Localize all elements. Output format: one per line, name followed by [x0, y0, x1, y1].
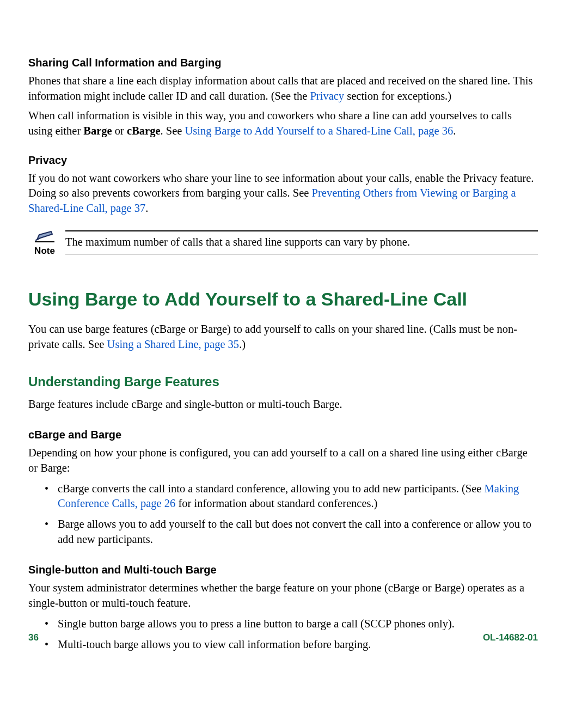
heading-privacy: Privacy — [28, 154, 538, 167]
bold-barge: Barge — [83, 125, 112, 137]
text: . — [145, 202, 148, 214]
note-left: Note — [28, 230, 61, 257]
document-id: OL-14682-01 — [483, 632, 538, 643]
para-cbarge-intro: Depending on how your phone is configure… — [28, 446, 538, 476]
note-block: Note The maximum number of calls that a … — [28, 230, 538, 257]
para-sharing-1: Phones that share a line each display in… — [28, 74, 538, 104]
note-right: The maximum number of calls that a share… — [65, 230, 538, 254]
page-number: 36 — [28, 632, 39, 643]
text: for information about standard conferenc… — [175, 497, 377, 509]
list-item: Single button barge allows you to press … — [47, 617, 538, 632]
heading-understanding: Understanding Barge Features — [28, 374, 538, 389]
text: You can use barge features (cBarge or Ba… — [28, 323, 517, 350]
text: section for exceptions.) — [344, 90, 451, 102]
para-privacy: If you do not want coworkers who share y… — [28, 171, 538, 217]
note-label: Note — [34, 246, 55, 257]
text: . — [453, 125, 456, 137]
note-rule-top — [65, 230, 538, 231]
text: cBarge converts the call into a standard… — [58, 483, 484, 495]
text: or — [112, 125, 127, 137]
link-barge-page36[interactable]: Using Barge to Add Yourself to a Shared-… — [185, 125, 454, 137]
svg-marker-0 — [37, 231, 52, 240]
link-shared-line-35[interactable]: Using a Shared Line, page 35 — [107, 338, 240, 350]
para-understanding-intro: Barge features include cBarge and single… — [28, 397, 538, 412]
pencil-icon — [35, 230, 54, 242]
text: Phones that share a line each display in… — [28, 75, 532, 102]
para-sharing-2: When call information is visible in this… — [28, 108, 538, 139]
note-rule-bottom — [65, 254, 538, 254]
page-footer: 36 OL-14682-01 — [28, 632, 538, 643]
text: . See — [161, 125, 185, 137]
list-item: Barge allows you to add yourself to the … — [47, 517, 538, 547]
para-intro: You can use barge features (cBarge or Ba… — [28, 322, 538, 352]
link-privacy[interactable]: Privacy — [310, 90, 344, 102]
bold-cbarge: cBarge — [127, 125, 160, 137]
text: .) — [239, 338, 246, 350]
heading-sharing: Sharing Call Information and Barging — [28, 57, 538, 69]
note-text: The maximum number of calls that a share… — [65, 236, 538, 248]
heading-cbarge-barge: cBarge and Barge — [28, 429, 538, 441]
list-item: cBarge converts the call into a standard… — [47, 481, 538, 512]
bullet-list-cbarge: cBarge converts the call into a standard… — [28, 481, 538, 548]
svg-line-1 — [36, 239, 38, 240]
heading-single-multi: Single-button and Multi-touch Barge — [28, 564, 538, 576]
page-title: Using Barge to Add Yourself to a Shared-… — [28, 288, 538, 310]
para-single-multi-intro: Your system administrator determines whe… — [28, 581, 538, 611]
